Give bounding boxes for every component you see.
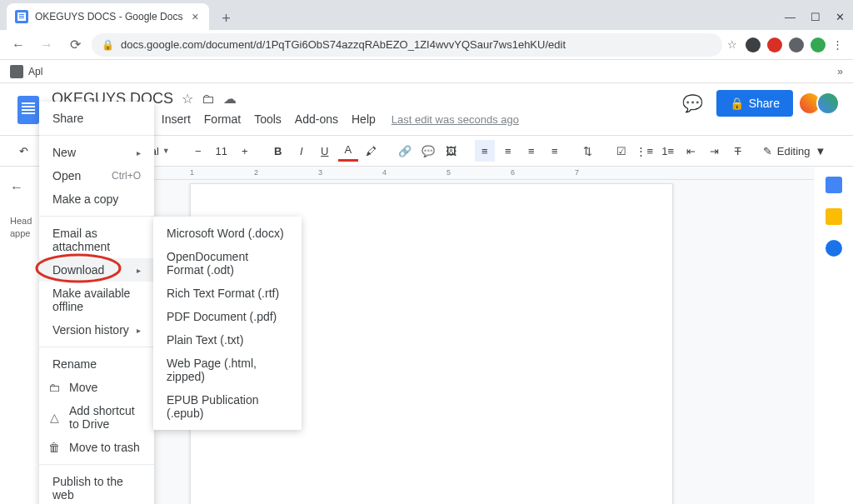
download-docx[interactable]: Microsoft Word (.docx) <box>153 222 302 245</box>
ext-abp-icon[interactable] <box>767 37 782 52</box>
download-submenu: Microsoft Word (.docx) OpenDocument Form… <box>153 217 302 430</box>
window-maximize-icon[interactable]: ☐ <box>811 11 821 23</box>
comments-button[interactable]: 💬 <box>680 90 706 117</box>
browser-tab[interactable]: OKEGUYS DOCS - Google Docs × <box>7 3 209 30</box>
bookmark-folder-icon <box>10 65 23 78</box>
bookmarks-bar: Apl » <box>0 60 853 83</box>
ext-icon-1[interactable] <box>746 37 761 52</box>
clear-formatting-button[interactable]: T <box>728 140 748 162</box>
decrease-indent-button[interactable]: ⇤ <box>681 140 701 162</box>
checklist-button[interactable]: ☑ <box>611 140 631 162</box>
menu-insert[interactable]: Insert <box>156 111 197 127</box>
menu-move[interactable]: 🗀Move <box>39 376 154 399</box>
menu-rename[interactable]: Rename <box>39 352 154 376</box>
chrome-menu-icon[interactable]: ⋮ <box>832 38 843 51</box>
new-tab-button[interactable]: + <box>214 7 237 30</box>
reload-button[interactable]: ⟳ <box>63 33 87 57</box>
download-odt[interactable]: OpenDocument Format (.odt) <box>153 245 302 282</box>
menu-make-offline[interactable]: Make available offline <box>39 282 154 318</box>
menu-help[interactable]: Help <box>346 111 382 127</box>
calendar-app-icon[interactable] <box>826 177 842 193</box>
outline-collapse-icon[interactable]: ← <box>10 180 29 195</box>
menu-move-trash[interactable]: 🗑Move to trash <box>39 436 154 459</box>
extensions-icon[interactable] <box>789 37 804 52</box>
tasks-app-icon[interactable] <box>826 240 842 257</box>
menu-addons[interactable]: Add-ons <box>289 111 344 127</box>
docs-favicon <box>15 10 28 23</box>
menu-publish-web[interactable]: Publish to the web <box>39 470 154 504</box>
editing-mode-select[interactable]: ✎ Editing ▼ <box>755 145 835 157</box>
avatar-stack[interactable] <box>803 92 840 115</box>
menu-share[interactable]: Share <box>39 107 154 130</box>
last-edit-text[interactable]: Last edit was seconds ago <box>392 113 519 126</box>
line-spacing-button[interactable]: ⇅ <box>578 140 598 162</box>
lock-icon: 🔒 <box>102 39 114 51</box>
italic-button[interactable]: I <box>292 140 312 162</box>
browser-tab-strip: OKEGUYS DOCS - Google Docs × + — ☐ ✕ <box>0 0 853 30</box>
shortcut-label: Ctrl+O <box>112 170 141 182</box>
close-tab-icon[interactable]: × <box>189 11 201 22</box>
font-size-input[interactable]: 11 <box>212 140 232 162</box>
trash-icon: 🗑 <box>47 441 61 454</box>
menu-email-attachment[interactable]: Email as attachment <box>39 222 154 258</box>
insert-comment-button[interactable]: 💬 <box>418 140 438 162</box>
move-icon[interactable]: 🗀 <box>202 92 215 107</box>
side-panel <box>813 167 853 504</box>
star-icon[interactable]: ☆ <box>182 91 193 107</box>
menu-version-history[interactable]: Version history▸ <box>39 318 154 342</box>
share-button[interactable]: 🔒 Share <box>716 90 793 117</box>
font-size-increase[interactable]: + <box>235 140 255 162</box>
align-center-button[interactable]: ≡ <box>498 140 518 162</box>
folder-icon: 🗀 <box>47 381 61 394</box>
align-justify-button[interactable]: ≡ <box>545 140 565 162</box>
download-rtf[interactable]: Rich Text Format (.rtf) <box>153 282 302 305</box>
underline-button[interactable]: U <box>315 140 335 162</box>
bookmark-item[interactable]: Apl <box>28 66 42 77</box>
ruler-mark: 5 <box>446 168 451 177</box>
editing-label: Editing <box>777 145 811 157</box>
download-html[interactable]: Web Page (.html, zipped) <box>153 352 302 388</box>
collapse-toolbar-button[interactable]: ˆ <box>847 140 853 162</box>
extensions: ⋮ <box>742 37 846 52</box>
ruler-mark: 6 <box>511 168 515 177</box>
download-pdf[interactable]: PDF Document (.pdf) <box>153 305 302 328</box>
ruler[interactable]: 1 2 3 4 5 6 7 <box>40 167 813 180</box>
forward-button[interactable]: → <box>35 33 58 57</box>
ruler-mark: 2 <box>254 168 258 177</box>
menu-make-copy[interactable]: Make a copy <box>39 187 154 211</box>
menu-format[interactable]: Format <box>198 111 247 127</box>
back-button[interactable]: ← <box>7 33 30 57</box>
menu-download[interactable]: Download▸ <box>39 258 154 282</box>
keep-app-icon[interactable] <box>826 208 842 225</box>
outline-placeholder: Headappe <box>10 215 29 241</box>
insert-link-button[interactable]: 🔗 <box>395 140 415 162</box>
highlight-button[interactable]: 🖍 <box>362 140 382 162</box>
overflow-icon[interactable]: » <box>837 66 843 77</box>
undo-button[interactable]: ↶ <box>13 140 33 162</box>
bold-button[interactable]: B <box>268 140 288 162</box>
menu-open[interactable]: OpenCtrl+O <box>39 164 154 187</box>
menu-new[interactable]: New▸ <box>39 141 154 164</box>
align-right-button[interactable]: ≡ <box>521 140 541 162</box>
font-size-decrease[interactable]: − <box>188 140 208 162</box>
text-color-button[interactable]: A <box>338 140 358 162</box>
bulleted-list-button[interactable]: ⋮≡ <box>635 140 655 162</box>
align-left-button[interactable]: ≡ <box>475 140 495 162</box>
url-text: docs.google.com/document/d/1PqTGi6ObS74a… <box>121 38 566 51</box>
download-txt[interactable]: Plain Text (.txt) <box>153 328 302 352</box>
submenu-arrow-icon: ▸ <box>137 266 141 275</box>
ext-icon-3[interactable] <box>811 37 826 52</box>
increase-indent-button[interactable]: ⇥ <box>705 140 725 162</box>
url-input[interactable]: 🔒 docs.google.com/document/d/1PqTGi6ObS7… <box>92 33 722 57</box>
window-minimize-icon[interactable]: — <box>785 11 796 23</box>
numbered-list-button[interactable]: 1≡ <box>658 140 678 162</box>
cloud-icon[interactable]: ☁ <box>223 91 237 107</box>
drive-icon: △ <box>47 411 61 424</box>
star-icon[interactable]: ☆ <box>727 38 737 51</box>
address-bar: ← → ⟳ 🔒 docs.google.com/document/d/1PqTG… <box>0 30 853 60</box>
menu-tools[interactable]: Tools <box>248 111 287 127</box>
insert-image-button[interactable]: 🖼 <box>441 140 461 162</box>
window-close-icon[interactable]: ✕ <box>836 11 845 23</box>
download-epub[interactable]: EPUB Publication (.epub) <box>153 388 302 425</box>
menu-add-shortcut[interactable]: △Add shortcut to Drive <box>39 399 154 436</box>
